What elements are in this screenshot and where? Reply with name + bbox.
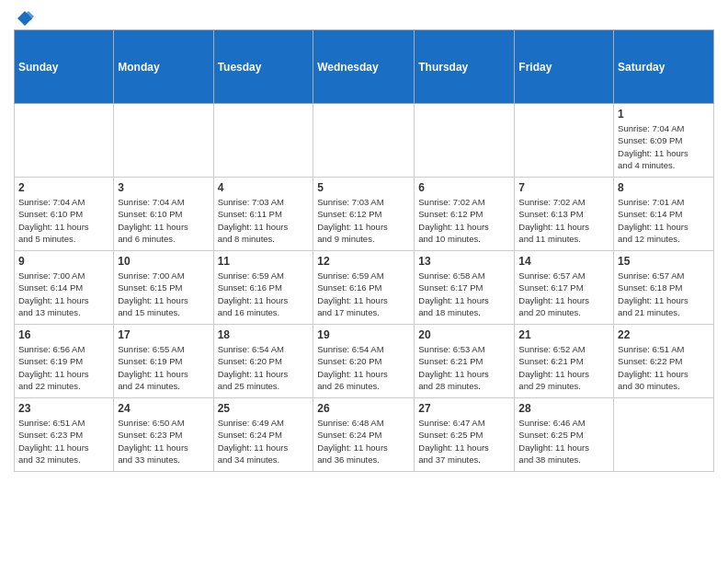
day-number: 28 (518, 402, 609, 415)
day-number: 4 (218, 181, 310, 194)
calendar-cell: 10Sunrise: 7:00 AM Sunset: 6:15 PM Dayli… (114, 251, 213, 325)
calendar-cell (213, 104, 313, 178)
day-number: 5 (317, 181, 410, 194)
calendar-cell: 28Sunrise: 6:46 AM Sunset: 6:25 PM Dayli… (515, 398, 614, 472)
day-number: 23 (18, 402, 109, 415)
day-number: 11 (218, 255, 310, 268)
weekday-header-monday: Monday (114, 30, 213, 104)
day-number: 15 (618, 255, 710, 268)
day-number: 14 (518, 255, 609, 268)
day-number: 10 (118, 255, 209, 268)
weekday-header-tuesday: Tuesday (213, 30, 313, 104)
day-number: 9 (18, 255, 109, 268)
calendar-cell: 27Sunrise: 6:47 AM Sunset: 6:25 PM Dayli… (415, 398, 515, 472)
calendar-cell: 23Sunrise: 6:51 AM Sunset: 6:23 PM Dayli… (15, 398, 114, 472)
calendar-cell: 25Sunrise: 6:49 AM Sunset: 6:24 PM Dayli… (213, 398, 313, 472)
day-info: Sunrise: 7:04 AM Sunset: 6:10 PM Dayligh… (118, 196, 209, 245)
logo (14, 9, 34, 22)
calendar-cell: 20Sunrise: 6:53 AM Sunset: 6:21 PM Dayli… (415, 325, 515, 398)
day-number: 18 (218, 328, 310, 341)
weekday-header-sunday: Sunday (15, 30, 114, 104)
calendar-cell (515, 104, 614, 178)
logo-icon (16, 9, 34, 28)
day-number: 26 (317, 402, 410, 415)
weekday-header-thursday: Thursday (415, 30, 515, 104)
calendar-cell: 14Sunrise: 6:57 AM Sunset: 6:17 PM Dayli… (515, 251, 614, 325)
day-info: Sunrise: 6:55 AM Sunset: 6:19 PM Dayligh… (118, 343, 209, 392)
calendar-cell: 15Sunrise: 6:57 AM Sunset: 6:18 PM Dayli… (614, 251, 714, 325)
day-info: Sunrise: 6:57 AM Sunset: 6:18 PM Dayligh… (618, 270, 710, 318)
day-number: 8 (618, 181, 710, 194)
calendar-cell (415, 104, 515, 178)
calendar-cell: 2Sunrise: 7:04 AM Sunset: 6:10 PM Daylig… (15, 178, 114, 251)
calendar-table: SundayMondayTuesdayWednesdayThursdayFrid… (14, 29, 714, 472)
day-info: Sunrise: 7:02 AM Sunset: 6:13 PM Dayligh… (518, 196, 609, 245)
day-info: Sunrise: 7:01 AM Sunset: 6:14 PM Dayligh… (618, 196, 710, 245)
calendar-week-1: 1Sunrise: 7:04 AM Sunset: 6:09 PM Daylig… (15, 104, 714, 178)
day-info: Sunrise: 6:47 AM Sunset: 6:25 PM Dayligh… (418, 417, 510, 465)
calendar-cell: 9Sunrise: 7:00 AM Sunset: 6:14 PM Daylig… (15, 251, 114, 325)
calendar-cell (614, 398, 714, 472)
day-info: Sunrise: 7:02 AM Sunset: 6:12 PM Dayligh… (418, 196, 510, 245)
day-info: Sunrise: 6:46 AM Sunset: 6:25 PM Dayligh… (518, 417, 609, 465)
calendar-cell: 16Sunrise: 6:56 AM Sunset: 6:19 PM Dayli… (15, 325, 114, 398)
calendar-cell: 19Sunrise: 6:54 AM Sunset: 6:20 PM Dayli… (313, 325, 415, 398)
calendar-cell: 5Sunrise: 7:03 AM Sunset: 6:12 PM Daylig… (313, 178, 415, 251)
day-info: Sunrise: 7:04 AM Sunset: 6:10 PM Dayligh… (18, 196, 109, 245)
page: SundayMondayTuesdayWednesdayThursdayFrid… (0, 0, 728, 563)
day-info: Sunrise: 6:48 AM Sunset: 6:24 PM Dayligh… (317, 417, 410, 465)
calendar-cell (313, 104, 415, 178)
day-number: 3 (118, 181, 209, 194)
weekday-header-saturday: Saturday (614, 30, 714, 104)
calendar-week-5: 23Sunrise: 6:51 AM Sunset: 6:23 PM Dayli… (15, 398, 714, 472)
day-info: Sunrise: 6:52 AM Sunset: 6:21 PM Dayligh… (518, 343, 609, 392)
calendar-cell: 21Sunrise: 6:52 AM Sunset: 6:21 PM Dayli… (515, 325, 614, 398)
day-info: Sunrise: 7:03 AM Sunset: 6:11 PM Dayligh… (218, 196, 310, 245)
day-number: 12 (317, 255, 410, 268)
day-number: 16 (18, 328, 109, 341)
day-info: Sunrise: 6:59 AM Sunset: 6:16 PM Dayligh… (317, 270, 410, 318)
header (14, 9, 714, 22)
day-number: 25 (218, 402, 310, 415)
day-info: Sunrise: 7:04 AM Sunset: 6:09 PM Dayligh… (618, 122, 710, 171)
day-info: Sunrise: 7:03 AM Sunset: 6:12 PM Dayligh… (317, 196, 410, 245)
day-info: Sunrise: 6:59 AM Sunset: 6:16 PM Dayligh… (218, 270, 310, 318)
calendar-week-4: 16Sunrise: 6:56 AM Sunset: 6:19 PM Dayli… (15, 325, 714, 398)
calendar-cell: 26Sunrise: 6:48 AM Sunset: 6:24 PM Dayli… (313, 398, 415, 472)
day-number: 19 (317, 328, 410, 341)
calendar-cell (114, 104, 213, 178)
day-info: Sunrise: 7:00 AM Sunset: 6:15 PM Dayligh… (118, 270, 209, 318)
calendar-cell: 7Sunrise: 7:02 AM Sunset: 6:13 PM Daylig… (515, 178, 614, 251)
day-info: Sunrise: 6:50 AM Sunset: 6:23 PM Dayligh… (118, 417, 209, 465)
calendar-cell: 3Sunrise: 7:04 AM Sunset: 6:10 PM Daylig… (114, 178, 213, 251)
day-number: 7 (518, 181, 609, 194)
day-info: Sunrise: 6:51 AM Sunset: 6:22 PM Dayligh… (618, 343, 710, 392)
calendar-cell: 17Sunrise: 6:55 AM Sunset: 6:19 PM Dayli… (114, 325, 213, 398)
calendar-cell: 12Sunrise: 6:59 AM Sunset: 6:16 PM Dayli… (313, 251, 415, 325)
calendar-cell: 13Sunrise: 6:58 AM Sunset: 6:17 PM Dayli… (415, 251, 515, 325)
calendar-cell: 22Sunrise: 6:51 AM Sunset: 6:22 PM Dayli… (614, 325, 714, 398)
day-info: Sunrise: 6:54 AM Sunset: 6:20 PM Dayligh… (317, 343, 410, 392)
calendar-cell: 6Sunrise: 7:02 AM Sunset: 6:12 PM Daylig… (415, 178, 515, 251)
day-info: Sunrise: 6:54 AM Sunset: 6:20 PM Dayligh… (218, 343, 310, 392)
calendar-cell: 18Sunrise: 6:54 AM Sunset: 6:20 PM Dayli… (213, 325, 313, 398)
day-info: Sunrise: 6:51 AM Sunset: 6:23 PM Dayligh… (18, 417, 109, 465)
day-info: Sunrise: 7:00 AM Sunset: 6:14 PM Dayligh… (18, 270, 109, 318)
calendar-cell (15, 104, 114, 178)
day-info: Sunrise: 6:53 AM Sunset: 6:21 PM Dayligh… (418, 343, 510, 392)
calendar-cell: 24Sunrise: 6:50 AM Sunset: 6:23 PM Dayli… (114, 398, 213, 472)
calendar-cell: 4Sunrise: 7:03 AM Sunset: 6:11 PM Daylig… (213, 178, 313, 251)
day-info: Sunrise: 6:49 AM Sunset: 6:24 PM Dayligh… (218, 417, 310, 465)
day-number: 22 (618, 328, 710, 341)
day-info: Sunrise: 6:57 AM Sunset: 6:17 PM Dayligh… (518, 270, 609, 318)
calendar-cell: 8Sunrise: 7:01 AM Sunset: 6:14 PM Daylig… (614, 178, 714, 251)
calendar-header-row: SundayMondayTuesdayWednesdayThursdayFrid… (15, 30, 714, 104)
day-number: 24 (118, 402, 209, 415)
day-number: 20 (418, 328, 510, 341)
day-number: 27 (418, 402, 510, 415)
weekday-header-friday: Friday (515, 30, 614, 104)
calendar-cell: 1Sunrise: 7:04 AM Sunset: 6:09 PM Daylig… (614, 104, 714, 178)
day-number: 1 (618, 108, 710, 121)
calendar-week-2: 2Sunrise: 7:04 AM Sunset: 6:10 PM Daylig… (15, 178, 714, 251)
calendar-week-3: 9Sunrise: 7:00 AM Sunset: 6:14 PM Daylig… (15, 251, 714, 325)
